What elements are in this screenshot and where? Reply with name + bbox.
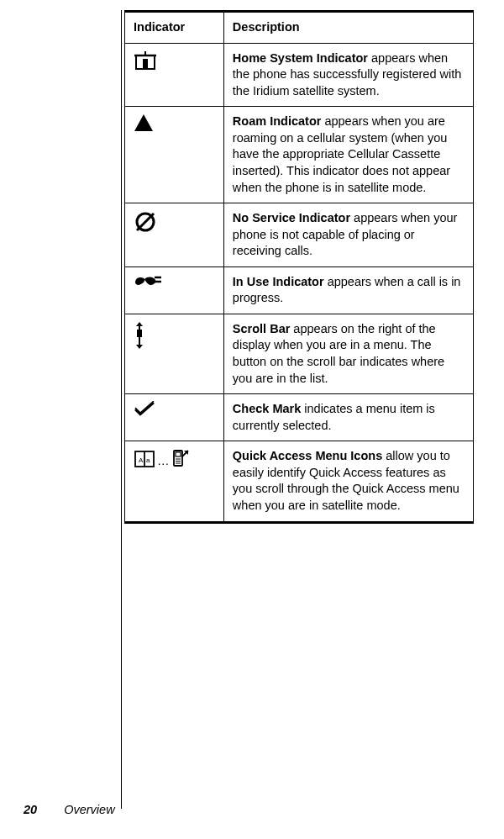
desc-bold: No Service Indicator — [233, 211, 350, 224]
table-row: A a … — [125, 441, 474, 522]
desc-cell: Home System Indicator appears when the p… — [223, 43, 473, 107]
check-mark-icon — [134, 401, 155, 421]
desc-cell: Roam Indicator appears when you are roam… — [223, 107, 473, 203]
quick-access-phone-arrow-icon — [171, 448, 190, 473]
icon-cell — [125, 314, 224, 393]
desc-bold: Quick Access Menu Icons — [233, 449, 382, 462]
no-service-icon — [134, 210, 157, 239]
icon-cell — [125, 43, 224, 107]
margin-rule — [121, 10, 122, 809]
desc-cell: Scroll Bar appears on the right of the d… — [223, 314, 473, 393]
desc-cell: Quick Access Menu Icons allow you to eas… — [223, 441, 473, 522]
svg-marker-8 — [136, 322, 143, 326]
svg-rect-17 — [176, 452, 181, 456]
svg-rect-10 — [137, 330, 142, 337]
roam-icon — [134, 113, 154, 137]
icon-cell — [125, 203, 224, 267]
table-row: Home System Indicator appears when the p… — [125, 43, 474, 107]
svg-marker-11 — [136, 345, 143, 349]
svg-rect-2 — [143, 59, 148, 69]
section-title: Overview — [64, 803, 114, 816]
icon-cell — [125, 266, 224, 314]
page-footer: 20 Overview — [24, 802, 115, 819]
page-number: 20 — [24, 803, 37, 816]
home-system-icon — [134, 50, 157, 76]
table-row: Check Mark indicates a menu item is curr… — [125, 394, 474, 441]
table-row: Scroll Bar appears on the right of the d… — [125, 314, 474, 393]
header-description: Description — [223, 12, 473, 44]
svg-marker-3 — [134, 114, 153, 131]
desc-cell: Check Mark indicates a menu item is curr… — [223, 394, 473, 441]
icon-cell — [125, 394, 224, 441]
desc-cell: In Use Indicator appears when a call is … — [223, 266, 473, 314]
quick-access-ellipsis: … — [155, 454, 171, 467]
desc-bold: Check Mark — [233, 402, 301, 415]
table-row: Roam Indicator appears when you are roam… — [125, 107, 474, 203]
desc-bold: In Use Indicator — [233, 275, 324, 288]
desc-bold: Roam Indicator — [233, 114, 322, 128]
desc-bold: Scroll Bar — [233, 322, 291, 335]
icon-cell — [125, 107, 224, 203]
indicator-table: Indicator Description — [124, 10, 474, 524]
document-page: Indicator Description — [0, 0, 504, 839]
quick-access-book-icon: A a — [134, 450, 155, 473]
in-use-icon — [134, 274, 162, 296]
svg-text:A: A — [139, 456, 144, 464]
table-row: No Service Indicator appears when your p… — [125, 203, 474, 267]
desc-cell: No Service Indicator appears when your p… — [223, 203, 473, 267]
desc-bold: Home System Indicator — [233, 51, 368, 65]
icon-cell: A a … — [125, 441, 224, 522]
header-indicator: Indicator — [125, 12, 224, 44]
scroll-bar-icon — [134, 321, 145, 355]
table-row: In Use Indicator appears when a call is … — [125, 266, 474, 314]
table-header-row: Indicator Description — [125, 12, 474, 44]
svg-text:a: a — [146, 456, 150, 464]
